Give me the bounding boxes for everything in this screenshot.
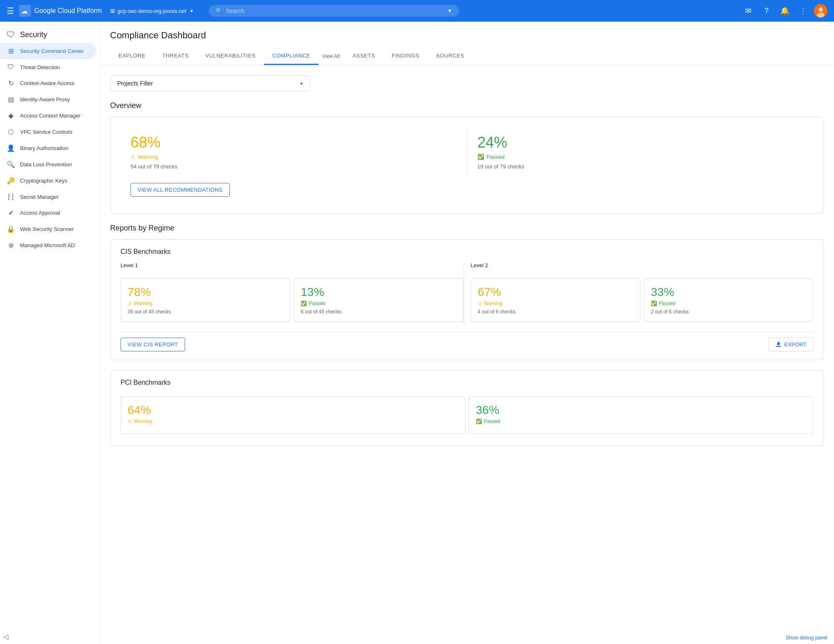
level-1-title: Level 1 [121,262,464,268]
sidebar-item-label: Data Loss Prevention [20,161,72,168]
overview-metrics: 68% ⚠ Warning 54 out of 79 checks 24% ✅ [121,127,814,176]
tab-findings[interactable]: FINDINGS [383,48,427,65]
level-2-title: Level 2 [471,262,814,268]
level1-passed-percent: 13% [301,286,456,299]
shield-icon: 🛡 [7,63,15,71]
sidebar-item-label: Cryptographic Keys [20,178,67,184]
warning-description: 54 out of 79 checks [131,163,457,170]
notification-icon[interactable]: 🔔 [777,3,792,18]
sidebar-item-identity-aware-proxy[interactable]: ▤ Identity-Aware Proxy [0,91,96,108]
level1-passed-icon: ✅ [301,301,307,306]
security-header-icon: 🛡 [7,30,15,40]
tab-sources[interactable]: SOURCES [428,48,473,65]
level-1-warning-metric: 78% ⚠ Warning 35 out of 45 checks [121,278,290,322]
page-title: Compliance Dashboard [110,30,824,41]
level1-warning-desc: 35 out of 45 checks [128,309,283,315]
tab-vulnerabilities[interactable]: VULNERABILITIES [197,48,264,65]
sidebar-item-label: Security Command Center [20,48,84,54]
projects-filter[interactable]: Projects Filter + [110,75,310,91]
pci-passed-status: ✅ Passed [476,418,806,424]
passed-status: ✅ Passed [477,154,804,160]
sidebar-item-label: Identity-Aware Proxy [20,96,70,103]
reports-title: Reports by Regime [110,224,824,233]
level1-warning-icon: ⚠ [128,301,132,306]
sidebar-item-access-approval[interactable]: ✔ Access Approval [0,205,96,221]
search-icon: 🔍 [216,8,223,14]
cis-benchmark-footer: VIEW CIS REPORT EXPORT [121,332,814,351]
level-1-passed-metric: 13% ✅ Passed 6 out of 45 checks [294,278,463,322]
sidebar-item-cryptographic-keys[interactable]: 🔑 Cryptographic Keys [0,173,96,189]
view-all-recommendations-button[interactable]: VIEW ALL RECOMMENDATIONS [131,183,230,197]
cis-levels-container: Level 1 78% ⚠ Warning 35 out of 45 check… [121,262,814,325]
search-input[interactable] [226,8,444,14]
sidebar-item-label: Web Security Scanner [20,226,74,232]
sidebar-item-context-aware-access[interactable]: ↻ Context-Aware Access [0,75,96,91]
tab-assets[interactable]: ASSETS [344,48,383,65]
email-icon[interactable]: ✉ [741,3,756,18]
sidebar-item-label: Managed Microsoft AD [20,242,75,248]
pci-passed-label: Passed [484,418,500,424]
export-label: EXPORT [784,341,806,348]
svg-text:☁: ☁ [21,8,28,15]
sidebar-header: 🛡 Security [0,25,100,43]
level-2-metrics: 67% ⚠ Warning 4 out of 6 checks 33% [471,275,814,325]
project-selector[interactable]: ⊞ gcp-sec-demo-org.joonix.net ▼ [107,6,197,16]
search-bar[interactable]: 🔍 ▼ [209,5,459,17]
level1-passed-label: Passed [309,301,325,306]
cis-export-button[interactable]: EXPORT [768,337,814,351]
tab-compliance[interactable]: COMPLIANCE [264,48,319,65]
level2-warning-label: Warning [484,301,502,306]
sidebar-item-label: VPC Service Controls [20,129,73,135]
sidebar-collapse-btn[interactable]: ◁ [3,633,8,641]
tab-bar: EXPLORE THREATS VULNERABILITIES COMPLIAN… [110,48,824,65]
level2-warning-icon: ⚠ [478,301,482,306]
debug-panel-link[interactable]: Show debug panel [779,631,834,644]
overview-card: 68% ⚠ Warning 54 out of 79 checks 24% ✅ [110,117,824,214]
project-dropdown-icon: ▼ [190,9,194,13]
grid-icon: ⊞ [7,47,15,55]
filter-plus-icon: + [300,80,303,87]
sidebar-item-secret-manager[interactable]: [·] Secret Manager [0,189,96,205]
view-all-label: View All: [319,48,344,64]
sidebar-item-security-command-center[interactable]: ⊞ Security Command Center [0,43,96,59]
nav-right-icons: ✉ ? 🔔 ⋮ [741,3,827,18]
pci-levels-container: 64% ⚠ Warning 36% ✅ [121,393,814,437]
level1-passed-desc: 6 out of 45 checks [301,309,456,315]
pci-benchmark-card: PCI Benchmarks 64% ⚠ Warning [110,370,824,446]
overview-metric-warning: 68% ⚠ Warning 54 out of 79 checks [121,127,467,176]
more-vert-icon[interactable]: ⋮ [796,3,811,18]
tab-threats[interactable]: THREATS [154,48,197,65]
scanner-icon: 🔒 [7,225,15,233]
level1-warning-status: ⚠ Warning [128,301,283,306]
level-2-passed-metric: 33% ✅ Passed 2 out of 6 checks [644,278,814,322]
hamburger-menu[interactable]: ☰ [7,6,14,16]
cis-benchmark-title: CIS Benchmarks [121,248,814,256]
refresh-icon: ↻ [7,79,15,87]
main-content: Compliance Dashboard EXPLORE THREATS VUL… [100,22,834,644]
help-icon[interactable]: ? [759,3,774,18]
sidebar-item-threat-detection[interactable]: 🛡 Threat Detection [0,59,96,75]
sidebar-item-data-loss-prevention[interactable]: 🔍 Data Loss Prevention [0,156,96,173]
passed-description: 19 out of 79 checks [477,163,804,170]
sidebar-item-managed-microsoft-ad[interactable]: ⊕ Managed Microsoft AD [0,237,96,253]
view-cis-report-button[interactable]: VIEW CIS REPORT [121,338,185,351]
person-icon: 👤 [7,144,15,152]
svg-point-4 [817,13,824,18]
sidebar-item-label: Threat Detection [20,64,60,70]
pci-warning-label: Warning [134,418,152,424]
key-icon: 🔑 [7,177,15,185]
project-icon: ⊞ [110,8,115,14]
tab-explore[interactable]: EXPLORE [110,48,154,65]
sidebar-item-vpc-service-controls[interactable]: ⬡ VPC Service Controls [0,124,96,140]
pci-warning-percent: 64% [128,403,458,417]
svg-rect-5 [776,346,781,347]
sidebar-item-access-context-manager[interactable]: ◆ Access Context Manager [0,108,96,124]
user-avatar[interactable] [814,4,827,18]
filter-label: Projects Filter [117,80,153,87]
sidebar-item-web-security-scanner[interactable]: 🔒 Web Security Scanner [0,221,96,237]
warning-label: Warning [138,154,158,160]
level-1-metrics: 78% ⚠ Warning 35 out of 45 checks 13% [121,275,464,325]
sidebar-item-binary-authorization[interactable]: 👤 Binary Authorization [0,140,96,156]
reports-section: Reports by Regime CIS Benchmarks Level 1… [110,224,824,446]
pci-passed-percent: 36% [476,403,806,417]
